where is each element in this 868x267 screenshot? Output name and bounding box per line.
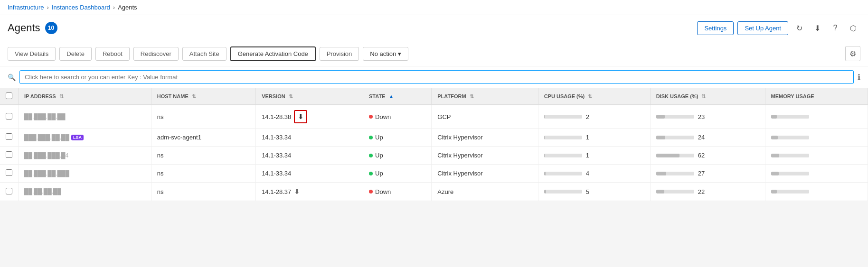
provision-button[interactable]: Provision xyxy=(320,47,359,61)
sort-icon-ip: ⇅ xyxy=(59,93,64,100)
page-title: Agents xyxy=(8,22,40,34)
breadcrumb-instances-dashboard[interactable]: Instances Dashboard xyxy=(52,4,110,11)
rediscover-button[interactable]: Rediscover xyxy=(133,47,179,61)
state-value: Down xyxy=(375,188,391,195)
disk-bar-fill xyxy=(656,154,680,157)
download-icon[interactable]: ⬇ xyxy=(294,187,300,196)
hostname-cell: ns xyxy=(151,105,255,129)
row-checkbox-cell[interactable] xyxy=(0,105,19,129)
version-cell: 14.1-33.34 xyxy=(256,129,363,147)
version-value: 14.1-28.37 xyxy=(262,188,291,195)
cpu-cell: 5 xyxy=(538,183,650,201)
breadcrumb-infrastructure[interactable]: Infrastructure xyxy=(8,4,44,11)
search-input[interactable] xyxy=(19,70,854,84)
cpu-cell: 4 xyxy=(538,165,650,183)
reboot-button[interactable]: Reboot xyxy=(95,47,130,61)
state-dot-up xyxy=(369,136,373,139)
state-dot-up xyxy=(369,154,373,157)
table-row: ██.███.██.███ ns 14.1-33.34 Up Citrix Hy… xyxy=(0,165,868,183)
row-checkbox[interactable] xyxy=(6,133,12,140)
row-checkbox[interactable] xyxy=(6,151,12,158)
sort-icon-state: ▲ xyxy=(389,93,394,99)
row-checkbox-cell[interactable] xyxy=(0,129,19,147)
col-ip-address[interactable]: IP ADDRESS ⇅ xyxy=(19,88,151,105)
col-version[interactable]: VERSION ⇅ xyxy=(256,88,363,105)
cpu-cell: 1 xyxy=(538,129,650,147)
disk-cell: 23 xyxy=(650,105,765,129)
state-value: Down xyxy=(375,113,391,120)
ip-address: ██.███.███.█4 xyxy=(24,152,68,159)
header-actions: Settings Set Up Agent ↻ ⬇ ? ⬡ xyxy=(697,21,860,35)
state-value: Up xyxy=(375,152,383,159)
sort-icon-version: ⇅ xyxy=(289,93,293,100)
no-action-dropdown[interactable]: No action ▾ xyxy=(363,47,408,61)
col-cpu[interactable]: CPU USAGE (%) ⇅ xyxy=(538,88,650,105)
help-button[interactable]: ? xyxy=(828,21,842,35)
sort-icon-disk: ⇅ xyxy=(701,93,706,100)
col-memory[interactable]: MEMORY USAGE xyxy=(765,88,868,105)
memory-bar-fill xyxy=(771,190,777,193)
column-settings-button[interactable]: ⚙ xyxy=(845,46,860,61)
ip-address: ██.███.██.██ xyxy=(24,113,66,120)
cpu-value: 1 xyxy=(586,152,589,159)
setup-agent-button[interactable]: Set Up Agent xyxy=(737,21,788,35)
table-row: ██.██.██.██ ns 14.1-28.37⬇ Down Azure 5 … xyxy=(0,183,868,201)
col-host-name[interactable]: HOST NAME ⇅ xyxy=(151,88,255,105)
cpu-cell: 1 xyxy=(538,147,650,165)
download-button[interactable]: ⬇ xyxy=(810,21,824,35)
state-cell: Up xyxy=(363,165,432,183)
cpu-bar xyxy=(544,190,582,193)
attach-site-button[interactable]: Attach Site xyxy=(182,47,226,61)
refresh-button[interactable]: ↻ xyxy=(792,21,806,35)
row-checkbox[interactable] xyxy=(6,188,12,194)
cpu-bar-fill xyxy=(544,136,545,139)
row-checkbox[interactable] xyxy=(6,169,12,176)
state-cell: Up xyxy=(363,147,432,165)
row-checkbox-cell[interactable] xyxy=(0,183,19,201)
row-checkbox-cell[interactable] xyxy=(0,165,19,183)
generate-activation-code-button[interactable]: Generate Activation Code xyxy=(230,46,316,61)
lsa-badge: LSA xyxy=(71,135,84,140)
cpu-value: 5 xyxy=(586,188,589,195)
hostname-cell: ns xyxy=(151,165,255,183)
memory-bar-fill xyxy=(771,136,778,139)
sort-icon-cpu: ⇅ xyxy=(588,93,592,100)
info-icon[interactable]: ℹ xyxy=(858,73,860,82)
col-state[interactable]: STATE ▲ xyxy=(363,88,432,105)
delete-button[interactable]: Delete xyxy=(59,47,92,61)
ip-address: ██.███.██.███ xyxy=(24,170,69,177)
disk-value: 62 xyxy=(698,152,705,159)
settings-button[interactable]: Settings xyxy=(697,21,734,35)
ip-cell: ██.███.██.██ xyxy=(19,105,151,129)
external-link-button[interactable]: ⬡ xyxy=(846,21,860,35)
memory-bar-fill xyxy=(771,115,777,119)
memory-bar xyxy=(771,154,809,157)
platform-cell: GCP xyxy=(432,105,538,129)
cpu-bar xyxy=(544,172,582,175)
disk-bar-fill xyxy=(656,136,665,139)
disk-value: 27 xyxy=(698,170,705,177)
ip-cell: ██.██.██.██ xyxy=(19,183,151,201)
cpu-cell: 2 xyxy=(538,105,650,129)
cpu-bar xyxy=(544,136,582,139)
agents-count-badge: 10 xyxy=(45,22,57,34)
view-details-button[interactable]: View Details xyxy=(8,47,56,61)
table-row: ██.███.██.██ ns 14.1-28.38⬇ Down GCP 2 2… xyxy=(0,105,868,129)
platform-cell: Azure xyxy=(432,183,538,201)
row-checkbox[interactable] xyxy=(6,113,12,120)
select-all-header[interactable] xyxy=(0,88,19,105)
col-platform[interactable]: PLATFORM ⇅ xyxy=(432,88,538,105)
memory-cell xyxy=(765,165,868,183)
row-checkbox-cell[interactable] xyxy=(0,147,19,165)
ip-cell: ███.███.██.██ LSA xyxy=(19,129,151,147)
select-all-checkbox[interactable] xyxy=(6,92,12,99)
col-disk[interactable]: DISK USAGE (%) ⇅ xyxy=(650,88,765,105)
version-cell: 14.1-33.34 xyxy=(256,147,363,165)
download-update-icon[interactable]: ⬇ xyxy=(294,110,307,123)
search-bar: 🔍 ℹ xyxy=(0,66,868,88)
disk-bar xyxy=(656,190,694,193)
sort-icon-platform: ⇅ xyxy=(470,93,474,100)
ip-cell: ██.███.███.█4 xyxy=(19,147,151,165)
sort-icon-hostname: ⇅ xyxy=(192,93,196,100)
no-action-label: No action xyxy=(370,50,396,57)
